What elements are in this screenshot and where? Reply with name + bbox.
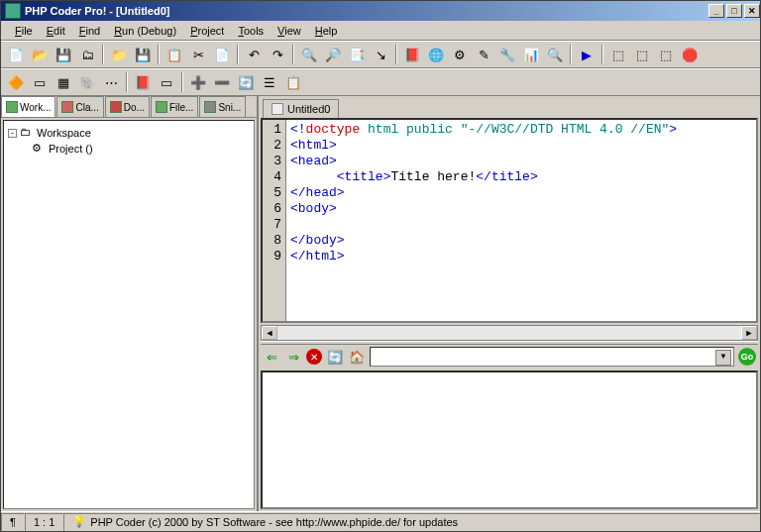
open-project-icon[interactable]: 📁	[108, 44, 130, 65]
file-tab-icon	[156, 101, 167, 113]
sidebar: Work... Cla... Do... File... Sni... - 🗀 …	[1, 96, 259, 511]
toolbar-secondary: 🔶 ▭ ▦ 🐘 ⋯ 📕 ▭ ➕ ➖ 🔄 ☰ 📋	[1, 68, 760, 96]
scroll-right-icon[interactable]: ►	[741, 326, 757, 340]
find-next-icon[interactable]: 🔎	[322, 44, 344, 65]
home-icon[interactable]: 🏠	[348, 348, 366, 366]
workspace-icon	[6, 101, 18, 113]
form-icon[interactable]: ▭	[29, 71, 51, 93]
goto-icon[interactable]: ↘	[370, 44, 391, 65]
book-icon[interactable]: 📕	[132, 71, 154, 93]
sidebar-tab-docs[interactable]: Do...	[105, 96, 150, 117]
stop-browser-icon[interactable]: ✕	[306, 349, 322, 365]
edit-icon[interactable]: ✎	[473, 44, 494, 65]
paste-icon[interactable]: 📄	[211, 44, 233, 65]
doc-tab-icon	[110, 101, 122, 113]
debug-over-icon[interactable]: ⬚	[631, 44, 653, 65]
scroll-left-icon[interactable]: ◄	[262, 326, 277, 340]
menu-find[interactable]: Find	[73, 23, 106, 39]
code-content[interactable]: <!doctype html public "-//W3C//DTD HTML …	[286, 120, 756, 321]
new-file-icon[interactable]: 📄	[5, 44, 27, 65]
minimize-button[interactable]: _	[708, 4, 724, 18]
browser-preview[interactable]	[261, 371, 758, 509]
table-icon[interactable]: ▦	[53, 71, 74, 93]
add-icon[interactable]: ➕	[187, 71, 209, 93]
toolbar-main: 📄 📂 💾 🗂 📁 💾 📋 ✂ 📄 ↶ ↷ 🔍 🔎 📑 ↘ 📕 🌐 ⚙ ✎ 🔧 …	[1, 41, 760, 68]
maximize-button[interactable]: □	[726, 4, 742, 18]
status-message: 💡 PHP Coder (c) 2000 by ST Software - se…	[63, 513, 760, 531]
open-file-icon[interactable]: 📂	[29, 44, 51, 65]
title-bar: PHP Coder Pro! - [Untitled0] _ □ ✕	[1, 1, 760, 21]
undo-icon[interactable]: ↶	[243, 44, 265, 65]
props-icon[interactable]: 📋	[282, 71, 304, 93]
menu-file[interactable]: File	[9, 23, 39, 39]
forward-icon[interactable]: ⇒	[284, 348, 302, 366]
cursor-position: 1 : 1	[25, 513, 63, 531]
snip-tab-icon	[204, 101, 216, 113]
debug-step-icon[interactable]: ⬚	[607, 44, 629, 65]
tree-project[interactable]: ⚙ Project ()	[8, 141, 250, 157]
menu-tools[interactable]: Tools	[232, 23, 270, 39]
status-bar: ¶ 1 : 1 💡 PHP Coder (c) 2000 by ST Softw…	[1, 511, 760, 531]
class-icon[interactable]: 🔶	[5, 71, 27, 93]
code-editor[interactable]: 123456789 <!doctype html public "-//W3C/…	[261, 118, 758, 323]
editor-hscroll[interactable]: ◄ ►	[261, 325, 758, 341]
line-gutter: 123456789	[263, 120, 286, 321]
close-button[interactable]: ✕	[744, 4, 760, 18]
browser-toolbar: ⇐ ⇒ ✕ 🔄 🏠 Go	[259, 345, 760, 369]
copy-icon[interactable]: 📋	[163, 44, 185, 65]
menu-view[interactable]: View	[272, 23, 307, 39]
save-all-icon[interactable]: 🗂	[76, 44, 98, 65]
run-icon[interactable]: ▶	[576, 44, 598, 65]
menu-bar: File Edit Find Run (Debug) Project Tools…	[1, 21, 760, 41]
sidebar-tab-classes[interactable]: Cla...	[56, 96, 103, 117]
list-icon[interactable]: ☰	[259, 71, 280, 93]
refresh-browser-icon[interactable]: 🔄	[326, 348, 344, 366]
refresh-icon[interactable]: 🔄	[235, 71, 257, 93]
save-project-icon[interactable]: 💾	[132, 44, 154, 65]
collapse-icon[interactable]: -	[8, 129, 17, 138]
menu-run[interactable]: Run (Debug)	[108, 23, 182, 39]
tool1-icon[interactable]: 🔧	[496, 44, 518, 65]
save-icon[interactable]: 💾	[53, 44, 74, 65]
pilcrow-icon: ¶	[1, 513, 25, 531]
tool2-icon[interactable]: 📊	[520, 44, 542, 65]
window-icon[interactable]: ▭	[156, 71, 177, 93]
sidebar-tab-snippets[interactable]: Sni...	[199, 96, 246, 117]
sidebar-tab-workspace[interactable]: Work...	[1, 96, 55, 117]
cut-icon[interactable]: ✂	[187, 44, 209, 65]
debug-out-icon[interactable]: ⬚	[655, 44, 677, 65]
bookmark-icon[interactable]: 📑	[346, 44, 368, 65]
project-node-icon: ⚙	[32, 142, 46, 156]
web-icon[interactable]: 🌐	[425, 44, 447, 65]
menu-edit[interactable]: Edit	[41, 23, 71, 39]
preview-icon[interactable]: 🔍	[544, 44, 566, 65]
menu-help[interactable]: Help	[309, 23, 344, 39]
class-tab-icon	[61, 101, 73, 113]
more-icon[interactable]: ⋯	[100, 71, 122, 93]
help-icon[interactable]: 📕	[401, 44, 423, 65]
app-icon	[5, 3, 21, 19]
info-icon: 💡	[72, 515, 86, 528]
go-button[interactable]: Go	[738, 348, 756, 366]
remove-icon[interactable]: ➖	[211, 71, 233, 93]
editor-tab-untitled0[interactable]: Untitled0	[263, 99, 339, 118]
workspace-tree[interactable]: - 🗀 Workspace ⚙ Project ()	[3, 120, 255, 509]
stop-icon[interactable]: 🛑	[679, 44, 701, 65]
sidebar-tab-files[interactable]: File...	[151, 96, 198, 117]
options-icon[interactable]: ⚙	[449, 44, 471, 65]
window-title: PHP Coder Pro! - [Untitled0]	[25, 5, 169, 17]
tree-root[interactable]: - 🗀 Workspace	[8, 125, 250, 141]
menu-project[interactable]: Project	[184, 23, 230, 39]
find-icon[interactable]: 🔍	[298, 44, 320, 65]
editor-area: Untitled0 123456789 <!doctype html publi…	[259, 96, 760, 511]
redo-icon[interactable]: ↷	[267, 44, 288, 65]
back-icon[interactable]: ⇐	[263, 348, 280, 366]
editor-tabs: Untitled0	[259, 96, 760, 118]
sidebar-tabs: Work... Cla... Do... File... Sni...	[1, 96, 257, 118]
file-icon	[272, 103, 283, 115]
workspace-node-icon: 🗀	[20, 126, 34, 140]
address-bar[interactable]	[370, 347, 734, 367]
php-icon[interactable]: 🐘	[76, 71, 98, 93]
